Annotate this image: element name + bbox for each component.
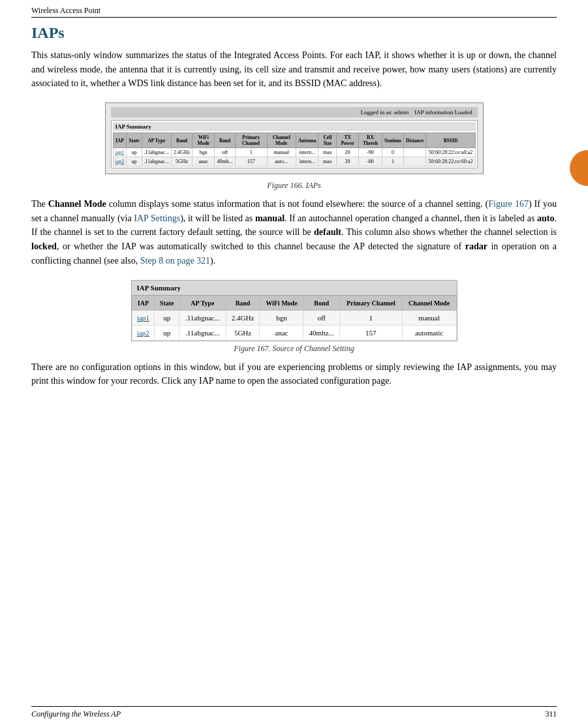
fig2-col-chmode: Channel Mode <box>402 296 456 310</box>
figure-1-caption: Figure 166. IAPs <box>267 181 321 191</box>
fig1-col-iap: IAP <box>113 133 127 148</box>
orange-tab <box>570 150 588 186</box>
paragraph-1: This status-only window summarizes the s… <box>31 48 557 91</box>
fig1-col-tx: TX Power <box>337 133 359 148</box>
iap-settings-link[interactable]: IAP Settings <box>134 213 180 223</box>
figure-1-topbar: Logged in as: admin IAP information Load… <box>111 107 478 117</box>
fig1-col-band2: Band <box>215 133 235 148</box>
fig2-iap1-link[interactable]: iap1 <box>132 310 155 325</box>
fig2-iap2-link[interactable]: iap2 <box>132 325 155 340</box>
fig2-col-aptype: AP Type <box>179 296 226 310</box>
figure-1-table-wrap: IAP Summary IAP State AP Type Band WiFi … <box>111 120 478 168</box>
fig1-col-wifimode: WiFi Mode <box>193 133 215 148</box>
paragraph-2: The Channel Mode column displays some st… <box>31 197 557 268</box>
fig1-col-distance: Distance <box>403 133 426 148</box>
fig2-col-primary: Primary Channel <box>340 296 403 310</box>
fig1-col-rx: RX Thresh <box>358 133 382 148</box>
fig1-col-stations: Stations <box>382 133 404 148</box>
fig2-col-band: Band <box>226 296 260 310</box>
figure-2-table-wrap: IAP Summary IAP State AP Type Band WiFi … <box>131 280 457 341</box>
fig1-col-bssid: BSSID <box>426 133 475 148</box>
figure-2: IAP Summary IAP State AP Type Band WiFi … <box>31 280 557 354</box>
fig1-col-aptype: AP Type <box>142 133 171 148</box>
fig1-col-chmode: Channel Mode <box>267 133 296 148</box>
logged-in-label: Logged in as: admin IAP information Load… <box>361 109 472 116</box>
figure-2-caption: Figure 167. Source of Channel Setting <box>234 344 354 354</box>
header-title: Wireless Access Point <box>31 6 101 15</box>
table-row: iap2 up .11abgnac... 5GHz anac 40mh... 1… <box>113 157 475 166</box>
footer-left: Configuring the Wireless AP <box>31 709 121 719</box>
fig1-col-primary: Primary Channel <box>235 133 267 148</box>
header-bar: Wireless Access Point <box>31 5 557 18</box>
figure-1-image: Logged in as: admin IAP information Load… <box>105 102 484 174</box>
fig2-col-iap: IAP <box>132 296 155 310</box>
fig1-iap2-link[interactable]: iap2 <box>113 157 127 166</box>
fig2-col-wifimode: WiFi Mode <box>260 296 303 310</box>
fig1-col-band: Band <box>171 133 192 148</box>
figure-167-link[interactable]: Figure 167 <box>488 199 529 209</box>
fig1-summary-label: IAP Summary <box>113 122 476 131</box>
step8-link[interactable]: Step 8 on page 321 <box>140 256 210 266</box>
fig1-col-antenna: Antenna <box>296 133 318 148</box>
fig2-col-state: State <box>155 296 179 310</box>
fig1-col-state: State <box>127 133 142 148</box>
fig2-summary-label: IAP Summary <box>132 281 457 296</box>
figure-1-table: IAP State AP Type Band WiFi Mode Band Pr… <box>113 132 476 166</box>
footer-bar: Configuring the Wireless AP 311 <box>31 706 557 719</box>
footer-right: 311 <box>545 709 557 719</box>
figure-2-table: IAP State AP Type Band WiFi Mode Bond Pr… <box>132 296 457 341</box>
table-row: iap1 up .11abgnac... 2.4GHz bgn off 1 ma… <box>113 148 475 157</box>
figure-1: Logged in as: admin IAP information Load… <box>31 102 557 191</box>
table-row: iap2 up .11abgnac... 5GHz anac 40mhz... … <box>132 325 456 340</box>
table-row: iap1 up .11abgnac... 2.4GHz bgn off 1 ma… <box>132 310 456 325</box>
fig1-iap1-link[interactable]: iap1 <box>113 148 127 157</box>
section-heading: IAPs <box>31 24 557 42</box>
fig1-col-cellsize: Cell Size <box>318 133 337 148</box>
paragraph-3: There are no configuration options in th… <box>31 360 557 388</box>
fig2-col-bond: Bond <box>303 296 340 310</box>
